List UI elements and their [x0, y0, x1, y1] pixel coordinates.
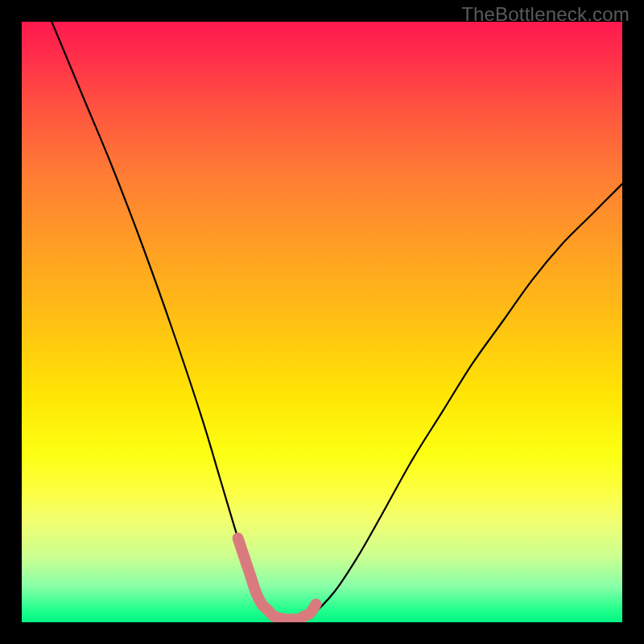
plot-area: [22, 22, 622, 622]
chart-frame: TheBottleneck.com: [0, 0, 644, 644]
optimal-range-highlight: [238, 539, 316, 620]
bottleneck-curve-line: [52, 22, 622, 620]
bottleneck-curve-svg: [22, 22, 622, 622]
watermark-text: TheBottleneck.com: [461, 3, 630, 26]
